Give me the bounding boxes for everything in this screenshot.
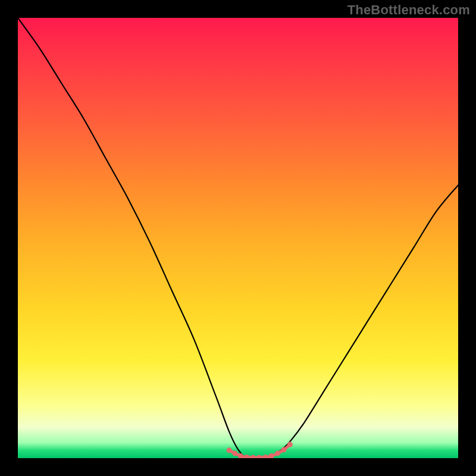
bead-dot xyxy=(250,455,256,458)
bead-dot xyxy=(244,455,249,458)
bead-dot xyxy=(281,447,287,452)
bead-dot xyxy=(275,450,280,456)
bead-dot xyxy=(262,455,268,458)
plot-area xyxy=(18,18,458,458)
curve-layer xyxy=(18,18,458,458)
bead-dot xyxy=(232,450,237,456)
bead-dot xyxy=(256,455,262,458)
watermark-text: TheBottleneck.com xyxy=(347,2,470,18)
bead-dot xyxy=(287,442,293,447)
bead-dot xyxy=(227,447,232,453)
chart-frame: TheBottleneck.com xyxy=(0,0,476,476)
bottleneck-curve xyxy=(18,18,458,458)
